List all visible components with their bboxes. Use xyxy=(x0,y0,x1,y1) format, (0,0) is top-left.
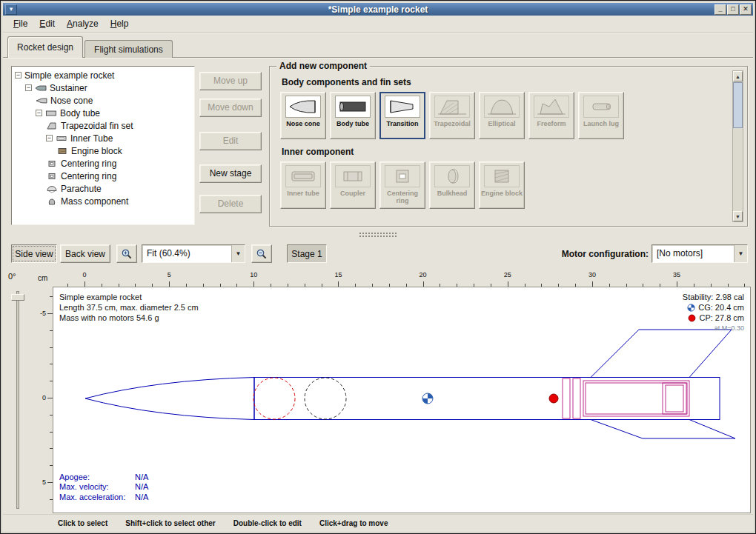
flight-data-label: Max. acceleration: xyxy=(59,493,135,503)
horizontal-ruler: 05101520253035 xyxy=(53,270,751,287)
tree-item-nose-cone[interactable]: Nose cone xyxy=(12,94,194,107)
tree-item-mass-component[interactable]: Mass component xyxy=(12,195,194,207)
move-down-button: Move down xyxy=(199,99,262,117)
ruler-label: -5 xyxy=(40,310,46,317)
inner-tube-wall-shape xyxy=(586,383,687,414)
zoom-select-value: Fit (60.4%) xyxy=(142,245,231,262)
rocket-icon xyxy=(35,84,47,93)
body-tube-shape[interactable] xyxy=(254,378,720,420)
add-trapezoidal-button: Trapezoidal xyxy=(429,92,475,139)
cp-marker xyxy=(549,394,558,403)
fin-bottom-shape[interactable] xyxy=(591,420,735,439)
tab-rocket-design[interactable]: Rocket design xyxy=(7,36,83,58)
menu-item-edit[interactable]: Edit xyxy=(33,16,61,31)
centering-ring-2-shape[interactable] xyxy=(573,378,580,418)
tree-item-engine-block[interactable]: Engine block xyxy=(12,144,194,157)
centering-ring-shape[interactable] xyxy=(563,378,570,418)
zoom-out-button[interactable] xyxy=(251,244,272,263)
tab-flight-simulations[interactable]: Flight simulations xyxy=(84,40,173,58)
tree-item-label: Inner Tube xyxy=(70,133,113,144)
cg-marker xyxy=(422,393,433,404)
add-bulkhead-button: Bulkhead xyxy=(429,161,475,209)
scrollbar-thumb[interactable] xyxy=(733,82,743,128)
splitter-handle[interactable] xyxy=(1,231,755,238)
menu-bar: FileEditAnalyzeHelp xyxy=(3,16,753,33)
ruler-tick xyxy=(338,281,339,287)
rocket-mass-text: Mass with no motors 54.6 g xyxy=(59,313,199,323)
maximize-button[interactable]: □ xyxy=(727,4,739,15)
window-menu-icon[interactable]: ▾ xyxy=(5,4,17,15)
component-button-label: Launch lug xyxy=(580,120,623,127)
tree-item-parachute[interactable]: Parachute xyxy=(12,182,194,195)
window-title: *Simple example rocket xyxy=(3,4,753,15)
bodytube-icon xyxy=(335,96,371,118)
tree-item-centering-ring[interactable]: Centering ring xyxy=(12,157,194,170)
splitter-dots xyxy=(359,232,397,238)
ruler-tick xyxy=(423,281,424,287)
ruler-tick xyxy=(47,313,53,314)
tree-expander-icon[interactable]: − xyxy=(25,84,32,91)
tree-item-body-tube[interactable]: −Body tube xyxy=(12,107,194,119)
tree-item-trapezoidal-fin-set[interactable]: Trapezoidal fin set xyxy=(12,119,194,132)
ruler-tick xyxy=(592,281,593,287)
centeringring-icon xyxy=(46,172,58,181)
add-body-tube-button[interactable]: Body tube xyxy=(330,92,376,139)
add-centering-ring-button: Centering ring xyxy=(379,161,425,209)
tree-expander-icon[interactable]: − xyxy=(46,135,53,141)
component-button-row: Nose coneBody tubeTransitionTrapezoidalE… xyxy=(280,92,726,139)
scroll-down-icon[interactable]: ▼ xyxy=(733,211,743,221)
ruler-label: 35 xyxy=(673,271,680,278)
new-stage-button[interactable]: New stage xyxy=(199,164,262,183)
tree-expander-icon[interactable]: − xyxy=(15,72,21,79)
status-hint: Click+drag to move xyxy=(319,519,388,527)
rocket-canvas[interactable]: Simple example rocket Length 37.5 cm, ma… xyxy=(53,287,751,513)
zoom-select[interactable]: Fit (60.4%) ▼ xyxy=(142,244,245,263)
minimize-button[interactable]: _ xyxy=(714,4,726,15)
menu-item-help[interactable]: Help xyxy=(105,16,135,31)
menu-item-file[interactable]: File xyxy=(7,16,33,31)
component-tree[interactable]: −Simple example rocket−SustainerNose con… xyxy=(11,66,195,225)
delete-button: Delete xyxy=(199,195,262,213)
rotation-slider-track[interactable] xyxy=(16,291,19,509)
zoom-in-button[interactable] xyxy=(116,244,137,263)
tree-item-inner-tube[interactable]: −Inner Tube xyxy=(12,132,194,144)
engine-block-shape[interactable] xyxy=(663,383,686,414)
side-view-button[interactable]: Side view xyxy=(11,244,57,263)
edit-button: Edit xyxy=(199,132,262,150)
tree-item-label: Centering ring xyxy=(61,158,116,169)
nose-cone-shape[interactable] xyxy=(85,378,254,420)
component-button-label: Elliptical xyxy=(480,120,523,127)
stage-1-toggle[interactable]: Stage 1 xyxy=(287,244,327,263)
fin-icon xyxy=(46,121,58,130)
fin-freeform-icon xyxy=(534,96,569,118)
fin-top-shape[interactable] xyxy=(591,330,732,378)
close-button[interactable]: ✕ xyxy=(740,4,752,15)
rotation-slider-thumb[interactable] xyxy=(11,294,24,301)
scroll-up-icon[interactable]: ▲ xyxy=(733,71,743,81)
inner-tube-shape[interactable] xyxy=(583,381,689,416)
chevron-down-icon[interactable]: ▼ xyxy=(734,245,747,262)
flight-data-block: Apogee:N/AMax. velocity:N/AMax. accelera… xyxy=(59,473,148,503)
component-button-label: Trapezoidal xyxy=(431,120,474,127)
add-transition-button[interactable]: Transition xyxy=(379,92,425,139)
component-scrollbar[interactable]: ▲ ▼ xyxy=(732,70,743,222)
tree-item-sustainer[interactable]: −Sustainer xyxy=(12,81,194,94)
tree-item-centering-ring[interactable]: Centering ring xyxy=(12,170,194,182)
back-view-button[interactable]: Back view xyxy=(60,244,110,263)
component-button-label: Body tube xyxy=(331,120,374,127)
chevron-down-icon[interactable]: ▼ xyxy=(231,245,245,262)
move-up-button: Move up xyxy=(199,72,262,90)
mass-component-shape[interactable] xyxy=(305,378,346,419)
menu-item-analyze[interactable]: Analyze xyxy=(61,16,105,31)
component-button-label: Transition xyxy=(381,120,424,127)
parachute-shape[interactable] xyxy=(253,378,295,419)
tree-expander-icon[interactable]: − xyxy=(36,110,42,116)
title-bar[interactable]: ▾ *Simple example rocket _ □ ✕ xyxy=(3,3,753,16)
add-nose-cone-button[interactable]: Nose cone xyxy=(280,92,326,139)
motor-configuration-select[interactable]: [No motors] ▼ xyxy=(651,244,748,263)
component-button-label: Freeform xyxy=(530,120,573,127)
tree-item-simple-example-rocket[interactable]: −Simple example rocket xyxy=(12,69,194,81)
ruler-tick xyxy=(169,281,170,287)
ruler-label: 5 xyxy=(168,271,171,278)
app-window: ▾ *Simple example rocket _ □ ✕ FileEditA… xyxy=(0,0,756,534)
